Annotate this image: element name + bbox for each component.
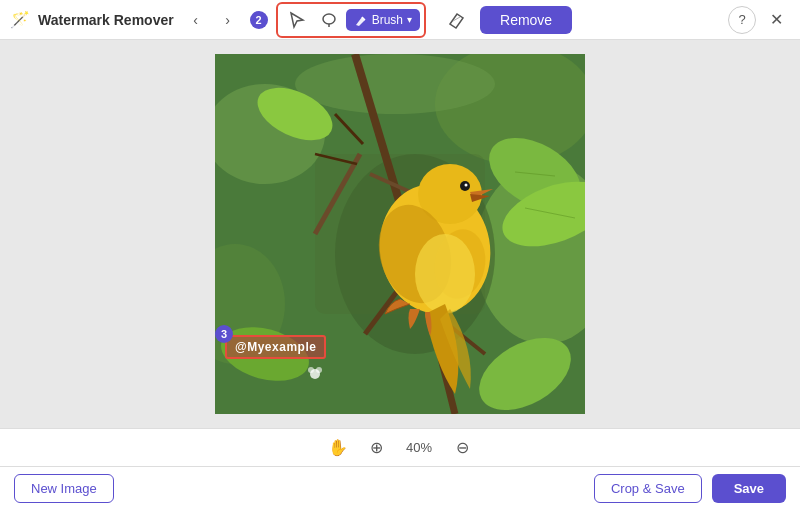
svg-point-1 [323, 14, 335, 24]
zoom-in-button[interactable]: ⊕ [363, 435, 389, 461]
zoom-in-icon: ⊕ [370, 438, 383, 457]
select-tool-button[interactable] [282, 6, 312, 34]
brush-caret: ▾ [407, 14, 412, 25]
image-container: 3 @Myexample [215, 54, 585, 414]
remove-button[interactable]: Remove [480, 6, 572, 34]
tool-group: Brush ▾ [276, 2, 426, 38]
footer-bar: New Image Crop & Save Save [0, 466, 800, 510]
crop-save-button[interactable]: Crop & Save [594, 474, 702, 503]
step2-badge: 2 [250, 11, 268, 29]
pan-button[interactable]: ✋ [325, 435, 351, 461]
close-icon: ✕ [770, 10, 783, 29]
svg-point-37 [316, 367, 322, 373]
eraser-area [442, 6, 472, 34]
forward-button[interactable]: › [214, 6, 242, 34]
brush-label: Brush [372, 13, 403, 27]
zoom-bar: ✋ ⊕ 40% ⊖ [0, 428, 800, 466]
zoom-out-button[interactable]: ⊖ [449, 435, 475, 461]
back-button[interactable]: ‹ [182, 6, 210, 34]
svg-point-25 [415, 234, 475, 314]
help-icon: ? [738, 12, 745, 27]
svg-point-27 [465, 184, 468, 187]
close-button[interactable]: ✕ [762, 6, 790, 34]
watermark-box: @Myexample [225, 335, 326, 359]
title-right: ? ✕ [728, 6, 790, 34]
app-title: Watermark Remover [38, 12, 174, 28]
new-image-button[interactable]: New Image [14, 474, 114, 503]
main-canvas-area: 3 @Myexample [0, 40, 800, 428]
pan-icon: ✋ [328, 438, 348, 457]
svg-point-10 [295, 54, 495, 114]
lasso-tool-button[interactable] [314, 6, 344, 34]
brush-tool-button[interactable]: Brush ▾ [346, 9, 420, 31]
bird-image [215, 54, 585, 414]
zoom-out-icon: ⊖ [456, 438, 469, 457]
zoom-level: 40% [401, 440, 437, 455]
watermark-overlay: 3 @Myexample [225, 335, 326, 359]
step3-badge: 3 [215, 325, 233, 343]
nav-buttons: ‹ › [182, 6, 242, 34]
app-logo-icon: 🪄 [10, 10, 30, 29]
help-button[interactable]: ? [728, 6, 756, 34]
footer-right-buttons: Crop & Save Save [594, 474, 786, 503]
svg-point-36 [308, 367, 314, 373]
title-bar: 🪄 Watermark Remover ‹ › 2 [0, 0, 800, 40]
svg-marker-0 [291, 13, 303, 27]
eraser-button[interactable] [442, 6, 472, 34]
watermark-text: @Myexample [235, 340, 316, 354]
save-button[interactable]: Save [712, 474, 786, 503]
title-left: 🪄 Watermark Remover ‹ › 2 [10, 2, 572, 38]
